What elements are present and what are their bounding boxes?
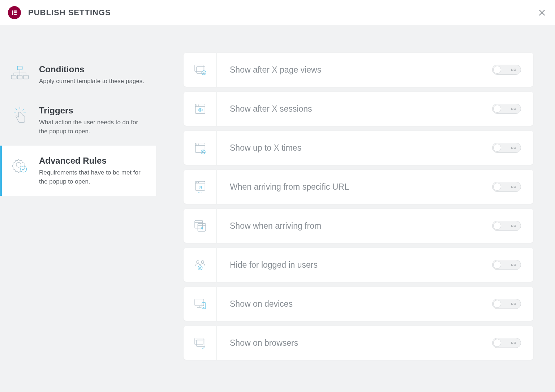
page-title: PUBLISH SETTINGS [28,8,111,17]
svg-point-47 [201,260,204,263]
rule-toggle[interactable]: NO [492,182,521,192]
rule-toggle[interactable]: NO [492,299,521,309]
rule-devices: Show on devices NO [184,287,533,321]
rule-label: Show when arriving from [217,221,492,231]
header: PUBLISH SETTINGS [0,0,555,25]
svg-point-20 [16,162,21,167]
sidebar-item-title: Triggers [39,105,147,116]
triggers-icon [9,105,30,126]
sidebar-item-advanced-rules[interactable]: Advanced Rules Requirements that have to… [0,146,156,196]
rule-label: Show up to X times [217,143,492,153]
toggle-knob [493,261,501,269]
toggle-text: NO [511,185,517,189]
rule-label: Show after X page views [217,65,492,75]
sidebar-item-desc: Requirements that have to be met for the… [39,168,147,186]
rule-label: Show after X sessions [217,104,492,114]
svg-rect-13 [17,75,22,79]
rule-label: Hide for logged in users [217,260,492,270]
svg-point-33 [197,144,197,145]
rule-browsers: Show on browsers NO [184,326,533,360]
elementor-logo [8,6,21,19]
toggle-knob [493,144,501,152]
svg-rect-3 [14,14,17,15]
toggle-knob [493,183,501,191]
arriving-from-icon [184,209,217,243]
conditions-icon [9,64,30,85]
rule-label: Show on browsers [217,338,492,348]
rule-x-times: Show up to X times NO [184,131,533,165]
svg-point-34 [198,144,199,145]
svg-rect-6 [17,66,22,70]
svg-point-46 [197,260,199,263]
svg-rect-42 [195,220,203,228]
svg-rect-22 [195,65,203,72]
svg-text:$: $ [203,72,205,74]
advanced-rules-icon [9,155,30,176]
svg-point-40 [198,182,199,183]
rule-specific-url: When arriving from specific URL NO [184,170,533,204]
svg-point-29 [198,105,199,105]
toggle-text: NO [511,341,517,345]
browsers-icon [184,326,217,360]
rule-page-views: $ Show after X page views NO [184,53,533,87]
svg-point-55 [203,307,204,308]
toggle-text: NO [511,68,517,72]
toggle-text: NO [511,302,517,306]
svg-point-39 [197,182,197,183]
sidebar-item-title: Advanced Rules [39,156,147,166]
svg-rect-58 [197,340,205,346]
svg-point-28 [197,105,197,105]
svg-rect-12 [11,75,16,79]
rule-arriving-from: Show when arriving from NO [184,209,533,243]
toggle-text: NO [511,224,517,228]
devices-icon [184,287,217,321]
svg-line-16 [16,108,17,110]
svg-rect-2 [14,12,17,13]
users-icon [184,248,217,282]
svg-point-30 [199,109,201,111]
rule-toggle[interactable]: NO [492,143,521,153]
svg-rect-0 [12,10,13,15]
svg-rect-44 [198,223,206,231]
toggle-text: NO [511,263,517,267]
toggle-knob [493,339,501,347]
sidebar-item-conditions[interactable]: Conditions Apply current template to the… [0,54,156,95]
sessions-icon [184,92,217,126]
close-icon [538,9,546,17]
sidebar-item-title: Conditions [39,64,147,74]
rule-toggle[interactable]: NO [492,260,521,270]
sidebar-item-desc: What action the user needs to do for the… [39,118,147,136]
toggle-knob [493,300,501,308]
rule-list: $ Show after X page views NO Show after … [184,53,533,360]
sidebar-item-triggers[interactable]: Triggers What action the user needs to d… [0,95,156,146]
rule-toggle[interactable]: NO [492,104,521,114]
toggle-knob [493,222,501,230]
page-views-icon: $ [184,53,217,87]
toggle-text: NO [511,107,517,111]
rule-toggle[interactable]: NO [492,338,521,348]
svg-rect-56 [195,338,203,345]
svg-rect-14 [23,75,29,79]
url-icon [184,170,217,204]
rule-toggle[interactable]: NO [492,221,521,231]
toggle-text: NO [511,146,517,150]
rule-toggle[interactable]: NO [492,65,521,75]
close-button[interactable] [530,4,547,21]
sidebar: Conditions Apply current template to the… [0,25,156,392]
toggle-knob [493,105,501,113]
x-times-icon [184,131,217,165]
main-content: $ Show after X page views NO Show after … [156,25,555,392]
rule-logged-in: Hide for logged in users NO [184,248,533,282]
sidebar-item-desc: Apply current template to these pages. [39,77,147,86]
svg-line-17 [23,108,24,110]
rule-sessions: Show after X sessions NO [184,92,533,126]
rule-label: Show on devices [217,299,492,309]
toggle-knob [493,66,501,74]
rule-label: When arriving from specific URL [217,182,492,192]
svg-rect-1 [14,10,17,12]
svg-rect-51 [195,299,204,306]
